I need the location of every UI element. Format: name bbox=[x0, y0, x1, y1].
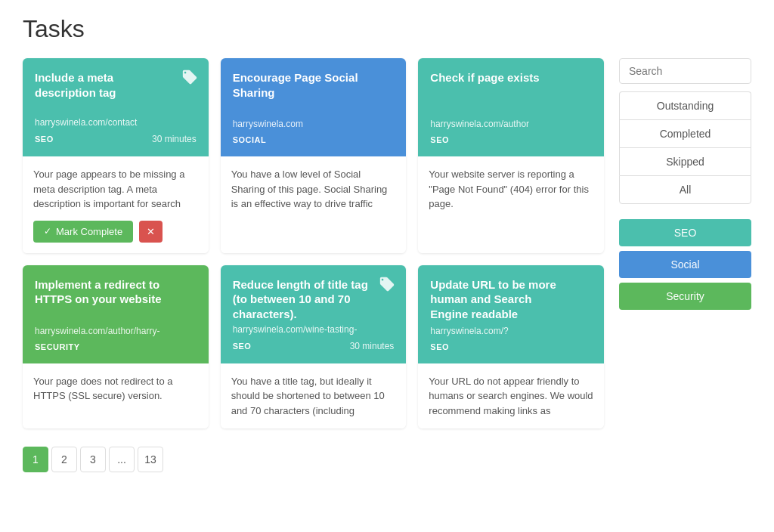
tag-icon bbox=[181, 69, 198, 85]
card-meta: SEO bbox=[430, 135, 592, 144]
card-meta: SOCIAL bbox=[233, 135, 395, 144]
card-title: Reduce length of title tag (to between 1… bbox=[233, 277, 395, 322]
tasks-grid: Include a meta description tag harryswin… bbox=[23, 58, 604, 428]
filter-group: OutstandingCompletedSkippedAll bbox=[619, 91, 751, 204]
category-btn-social[interactable]: Social bbox=[619, 251, 751, 278]
page-btn-13[interactable]: 13 bbox=[138, 447, 163, 472]
card-meta: SECURITY bbox=[35, 342, 197, 351]
page-btn-1[interactable]: 1 bbox=[23, 447, 48, 472]
mark-complete-button[interactable]: ✓ Mark Complete bbox=[33, 221, 133, 243]
card-header: Include a meta description tag harryswin… bbox=[23, 58, 209, 156]
card-body: You have a low level of Social Sharing o… bbox=[221, 156, 407, 253]
sidebar: OutstandingCompletedSkippedAll SEOSocial… bbox=[619, 58, 751, 428]
card-category: SEO bbox=[430, 342, 449, 351]
card-body: Your page does not redirect to a HTTPS (… bbox=[23, 363, 209, 429]
filter-btn-completed[interactable]: Completed bbox=[619, 119, 751, 147]
category-btn-security[interactable]: Security bbox=[619, 283, 751, 310]
card-body: Your page appears to be missing a meta d… bbox=[23, 156, 209, 253]
card-meta: SEO 30 minutes bbox=[35, 134, 197, 144]
card-url: harryswinela.com/? bbox=[430, 326, 592, 336]
card-meta: SEO bbox=[430, 342, 592, 351]
checkmark-icon: ✓ bbox=[44, 226, 51, 237]
card-title: Encourage Page Social Sharing bbox=[233, 70, 395, 100]
card-header: Check if page exists harryswinela.com/au… bbox=[418, 58, 604, 156]
task-card: Include a meta description tag harryswin… bbox=[23, 58, 209, 253]
card-header: Update URL to be more human and Search E… bbox=[418, 265, 604, 363]
card-body: You have a title tag, but ideally it sho… bbox=[221, 363, 407, 429]
task-card: Encourage Page Social Sharing harryswine… bbox=[221, 58, 407, 253]
card-meta: SEO 30 minutes bbox=[233, 341, 395, 351]
card-url: harryswinela.com/wine-tasting- bbox=[233, 324, 395, 335]
card-header: Implement a redirect to HTTPS on your we… bbox=[23, 265, 209, 363]
card-header: Reduce length of title tag (to between 1… bbox=[221, 265, 407, 363]
card-title: Implement a redirect to HTTPS on your we… bbox=[35, 277, 197, 307]
task-card: Update URL to be more human and Search E… bbox=[418, 265, 604, 429]
card-description: Your page appears to be missing a meta d… bbox=[33, 169, 184, 209]
card-body: Your URL do not appear friendly to human… bbox=[418, 363, 604, 429]
task-card: Check if page exists harryswinela.com/au… bbox=[418, 58, 604, 253]
card-actions: ✓ Mark Complete ✕ bbox=[33, 221, 198, 243]
mark-complete-label: Mark Complete bbox=[56, 226, 122, 237]
filter-btn-outstanding[interactable]: Outstanding bbox=[619, 91, 751, 119]
card-title: Include a meta description tag bbox=[35, 70, 197, 100]
card-time: 30 minutes bbox=[350, 341, 395, 351]
card-url: harryswinela.com/author bbox=[430, 119, 592, 129]
tag-icon bbox=[379, 276, 395, 292]
card-body: Your website server is reporting a "Page… bbox=[418, 156, 604, 253]
card-description: You have a title tag, but ideally it sho… bbox=[231, 376, 385, 416]
card-url: harryswinela.com/author/harry- bbox=[35, 326, 197, 336]
category-btn-seo[interactable]: SEO bbox=[619, 219, 751, 246]
card-description: Your page does not redirect to a HTTPS (… bbox=[33, 376, 173, 402]
filter-btn-all[interactable]: All bbox=[619, 175, 751, 204]
pagination: 123...13 bbox=[23, 447, 751, 472]
card-category: SEO bbox=[233, 342, 252, 351]
card-category: SOCIAL bbox=[233, 135, 267, 144]
card-description: You have a low level of Social Sharing o… bbox=[231, 169, 388, 209]
card-header: Encourage Page Social Sharing harryswine… bbox=[221, 58, 407, 156]
category-group: SEOSocialSecurity bbox=[619, 219, 751, 310]
page-btn-3[interactable]: 3 bbox=[80, 447, 106, 472]
cancel-button[interactable]: ✕ bbox=[139, 221, 163, 243]
task-card: Implement a redirect to HTTPS on your we… bbox=[23, 265, 209, 429]
card-url: harryswinela.com/contact bbox=[35, 117, 197, 128]
card-time: 30 minutes bbox=[152, 134, 197, 144]
card-title: Update URL to be more human and Search E… bbox=[430, 277, 592, 322]
card-category: SEO bbox=[430, 135, 449, 144]
page-btn-2[interactable]: 2 bbox=[51, 447, 77, 472]
card-title: Check if page exists bbox=[430, 70, 592, 85]
card-description: Your website server is reporting a "Page… bbox=[429, 169, 589, 209]
card-url: harryswinela.com bbox=[233, 119, 395, 129]
filter-btn-skipped[interactable]: Skipped bbox=[619, 147, 751, 175]
card-description: Your URL do not appear friendly to human… bbox=[429, 376, 593, 416]
page-title: Tasks bbox=[23, 15, 751, 43]
task-card: Reduce length of title tag (to between 1… bbox=[221, 265, 407, 429]
card-category: SEO bbox=[35, 135, 54, 144]
card-category: SECURITY bbox=[35, 342, 80, 351]
page-ellipsis: ... bbox=[109, 447, 135, 472]
search-input[interactable] bbox=[619, 58, 751, 84]
